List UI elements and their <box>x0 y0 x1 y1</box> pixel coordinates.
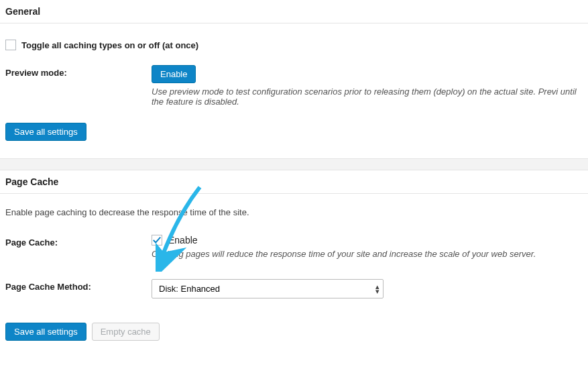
page-cache-method-label: Page Cache Method: <box>5 279 152 292</box>
page-cache-method-select[interactable]: Disk: Enhanced <box>152 279 384 298</box>
section-header-page-cache: Page Cache <box>0 170 588 194</box>
page-cache-label: Page Cache: <box>5 235 152 248</box>
section-header-general: General <box>0 0 588 23</box>
save-button-page-cache[interactable]: Save all settings <box>5 323 86 341</box>
general-actions: Save all settings <box>5 107 583 154</box>
preview-mode-helper: Use preview mode to test configuration s… <box>152 87 583 107</box>
preview-mode-row: Preview mode: Enable Use preview mode to… <box>5 50 583 107</box>
section-divider <box>0 158 588 170</box>
page-cache-enable-row: Page Cache: Enable Caching pages will re… <box>5 220 583 259</box>
toggle-all-label: Toggle all caching types on or off (at o… <box>21 40 198 50</box>
check-icon <box>152 235 162 245</box>
page-cache-method-row: Page Cache Method: Disk: Enhanced ▴▾ <box>5 259 583 298</box>
toggle-all-checkbox[interactable] <box>5 40 16 50</box>
page-cache-actions: Save all settings Empty cache <box>5 298 583 354</box>
preview-enable-button[interactable]: Enable <box>152 65 196 83</box>
preview-mode-label: Preview mode: <box>5 65 152 78</box>
page-cache-description: Enable page caching to decrease the resp… <box>5 194 583 220</box>
page-cache-enable-label: Enable <box>168 235 198 245</box>
empty-cache-button[interactable]: Empty cache <box>92 323 160 341</box>
page-cache-enable-checkbox[interactable] <box>152 235 162 245</box>
toggle-all-row: Toggle all caching types on or off (at o… <box>5 23 583 50</box>
page-cache-enable-helper: Caching pages will reduce the response t… <box>152 249 583 259</box>
save-button-general[interactable]: Save all settings <box>5 123 86 141</box>
